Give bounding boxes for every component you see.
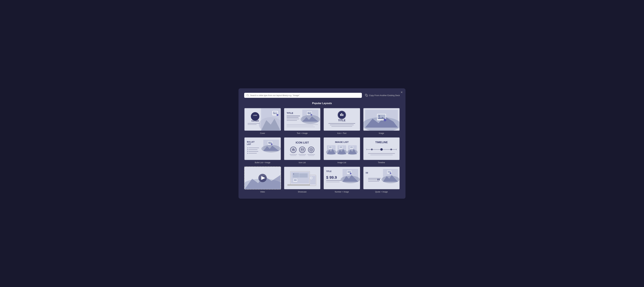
copy-from-deck-button[interactable]: Copy From Another Existing Deck (365, 94, 400, 97)
svg-rect-73 (248, 151, 258, 152)
layout-item-icon-list[interactable]: ICON LIST (284, 137, 321, 164)
section-title: Popular Layouts (244, 102, 400, 105)
svg-text:LOGO: LOGO (253, 114, 257, 116)
svg-line-1 (248, 96, 248, 96)
svg-text:$ 99.9: $ 99.9 (326, 175, 337, 180)
svg-rect-96 (299, 156, 305, 156)
svg-text:TITLE: TITLE (338, 119, 346, 122)
svg-text:BULLET: BULLET (247, 141, 254, 143)
svg-rect-39 (342, 113, 342, 116)
svg-rect-34 (286, 126, 313, 126)
layout-label-image-list: Image List (338, 162, 346, 164)
svg-rect-97 (308, 156, 314, 156)
svg-rect-31 (286, 118, 299, 119)
layout-picker-modal: × Copy From Another Existing Deck Popula… (238, 88, 406, 199)
layout-label-showcase: Showcase (298, 191, 306, 193)
svg-text:IMAGE LIST: IMAGE LIST (335, 141, 348, 143)
svg-text:": " (365, 171, 368, 178)
svg-rect-104 (329, 146, 332, 148)
svg-rect-43 (328, 123, 355, 124)
layout-item-quote-image[interactable]: + " " Quote + Image (363, 166, 400, 193)
layout-item-icon-text[interactable]: TITLE Icon + Text (324, 108, 360, 134)
svg-text:ICON LIST: ICON LIST (296, 141, 309, 144)
layout-item-showcase[interactable]: Showcase (284, 166, 321, 193)
svg-point-68 (247, 148, 248, 148)
svg-rect-69 (248, 148, 259, 148)
svg-rect-154 (326, 182, 340, 182)
svg-rect-75 (248, 153, 257, 154)
layout-thumb-image: + (363, 108, 400, 131)
svg-text:TITLE: TITLE (286, 112, 293, 114)
svg-text:+: + (277, 114, 278, 116)
search-icon (246, 94, 249, 96)
close-button[interactable]: × (400, 90, 403, 94)
svg-rect-17 (248, 124, 256, 125)
layout-label-image: Image (379, 132, 384, 134)
layout-thumb-text-image: + TITLE (284, 108, 321, 131)
svg-point-52 (378, 115, 380, 117)
svg-text:TITLE: TITLE (326, 170, 332, 172)
svg-point-86 (302, 148, 304, 150)
svg-rect-94 (307, 154, 315, 155)
layout-item-number-image[interactable]: + TITLE $ 99.9 Number + Image (324, 166, 360, 193)
svg-rect-140 (294, 179, 297, 181)
svg-rect-30 (286, 117, 298, 118)
layout-thumb-icon-text: TITLE (324, 108, 360, 131)
layout-item-bullet-list[interactable]: + BULLET LIST Bull (244, 137, 281, 164)
layout-item-cover[interactable]: + LOGO COVER Cover (244, 108, 281, 134)
svg-point-120 (390, 148, 392, 150)
svg-point-83 (299, 146, 306, 153)
layout-item-image-list[interactable]: IMAGE LIST (324, 137, 360, 164)
svg-rect-153 (326, 180, 341, 181)
svg-rect-80 (292, 149, 293, 150)
svg-rect-166 (368, 180, 380, 180)
svg-point-70 (247, 149, 248, 150)
svg-point-0 (247, 94, 248, 96)
svg-rect-124 (370, 155, 392, 155)
svg-rect-16 (248, 123, 260, 124)
svg-point-62 (269, 142, 270, 142)
layout-thumb-cover: + LOGO COVER (244, 108, 281, 131)
layout-thumb-video (244, 166, 281, 190)
svg-rect-40 (342, 114, 343, 116)
svg-rect-123 (368, 153, 395, 154)
search-bar[interactable] (244, 93, 362, 98)
svg-rect-44 (330, 124, 354, 125)
layout-thumb-number-image: + TITLE $ 99.9 (324, 166, 360, 190)
layout-label-icon-list: Icon List (299, 162, 306, 164)
layout-label-cover: Cover (260, 132, 265, 134)
svg-point-13 (251, 112, 259, 121)
svg-text:COVER: COVER (252, 120, 259, 122)
copy-btn-label: Copy From Another Existing Deck (369, 94, 400, 96)
svg-rect-82 (294, 149, 294, 151)
svg-point-74 (247, 153, 248, 154)
layout-thumb-bullet-list: + BULLET LIST (244, 137, 281, 160)
layout-item-video[interactable]: Video (244, 166, 281, 193)
layout-label-video: Video (260, 191, 265, 193)
search-input[interactable] (250, 94, 360, 96)
svg-rect-29 (286, 116, 300, 116)
layout-item-text-image[interactable]: + TITLE Text + Image (284, 108, 321, 134)
svg-rect-38 (340, 114, 341, 116)
layout-thumb-quote-image: + " " (363, 166, 400, 190)
layout-label-number-image: Number + Image (335, 191, 349, 193)
svg-text:+: + (350, 173, 351, 174)
svg-text:TIMELINE: TIMELINE (375, 141, 388, 144)
layout-thumb-icon-list: ICON LIST (284, 137, 321, 160)
svg-rect-95 (290, 156, 296, 156)
layout-item-timeline[interactable]: TIMELINE Timelin (363, 137, 400, 164)
modal-header: Copy From Another Existing Deck (244, 93, 400, 98)
svg-rect-45 (332, 126, 352, 127)
svg-rect-71 (248, 150, 258, 150)
layout-item-image[interactable]: + Image (363, 108, 400, 134)
layout-label-text-image: Text + Image (297, 132, 308, 134)
layout-label-bullet-list: Bullet List + Image (255, 162, 270, 164)
layout-label-timeline: Timeline (378, 162, 385, 164)
svg-rect-81 (293, 148, 294, 150)
svg-rect-135 (299, 174, 308, 178)
modal-overlay: × Copy From Another Existing Deck Popula… (0, 0, 644, 287)
layout-label-icon-text: Icon + Text (337, 132, 346, 134)
svg-point-24 (308, 112, 308, 113)
svg-point-118 (371, 148, 372, 150)
svg-point-134 (293, 174, 294, 174)
